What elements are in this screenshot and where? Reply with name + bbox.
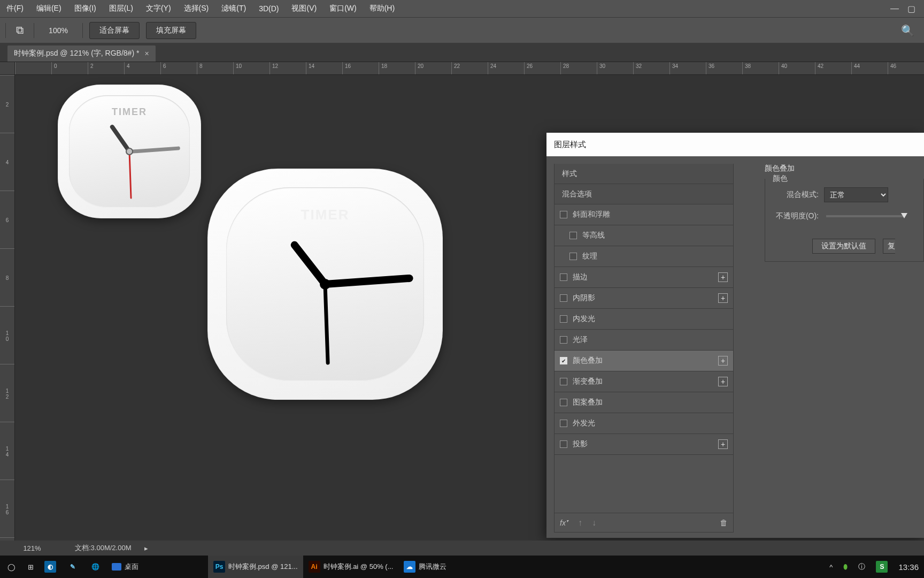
blending-options-header[interactable]: 混合选项	[555, 184, 733, 204]
set-default-button[interactable]: 设置为默认值	[812, 239, 875, 254]
blend-mode-label: 混合模式:	[773, 190, 824, 200]
taskbar-chrome[interactable]: 🌐	[84, 556, 106, 578]
style-checkbox[interactable]	[569, 232, 577, 239]
style-label: 渐变叠加	[573, 377, 603, 386]
style-row-0[interactable]: 斜面和浮雕	[555, 204, 733, 225]
fill-screen-button[interactable]: 填充屏幕	[146, 22, 196, 39]
style-row-9[interactable]: 图案叠加	[555, 392, 733, 413]
menu-edit[interactable]: 编辑(E)	[30, 0, 68, 17]
style-label: 等高线	[582, 231, 605, 240]
start-button[interactable]: ◯	[0, 556, 22, 578]
add-effect-icon[interactable]: +	[718, 439, 728, 449]
style-checkbox[interactable]	[560, 336, 567, 344]
style-row-5[interactable]: 内发光	[555, 309, 733, 330]
taskbar-app-2[interactable]: ✎	[61, 556, 84, 578]
style-down-icon[interactable]: ↓	[592, 518, 596, 528]
color-fieldset: 混合模式: 正常 不透明度(O): 设置为默认值 复	[765, 179, 924, 262]
style-row-2[interactable]: 纹理	[555, 246, 733, 267]
style-row-4[interactable]: 内阴影+	[555, 288, 733, 309]
style-checkbox[interactable]	[560, 294, 567, 302]
style-row-7[interactable]: ✔颜色叠加+	[555, 351, 733, 371]
close-tab-icon[interactable]: ×	[144, 49, 149, 58]
style-checkbox[interactable]	[560, 211, 567, 218]
task-view-icon[interactable]: ⊞	[22, 556, 39, 578]
add-effect-icon[interactable]: +	[718, 377, 728, 386]
fx-menu-icon[interactable]: fx	[560, 519, 568, 527]
windows-taskbar: ◯ ⊞ ◐ ✎ 🌐 桌面 Ps时钟案例.psd @ 121... Ai时钟案例.…	[0, 556, 924, 578]
menu-window[interactable]: 窗口(W)	[323, 0, 363, 17]
layer-style-dialog: 图层样式 样式 混合选项 斜面和浮雕等高线纹理描边+内阴影+内发光光泽✔颜色叠加…	[546, 133, 924, 538]
layer-style-titlebar[interactable]: 图层样式	[546, 133, 924, 156]
menu-layer[interactable]: 图层(L)	[103, 0, 140, 17]
style-label: 内发光	[573, 314, 595, 324]
style-label: 外发光	[573, 419, 595, 428]
style-row-3[interactable]: 描边+	[555, 267, 733, 288]
menu-type[interactable]: 文字(Y)	[140, 0, 178, 17]
taskbar-desktop[interactable]: 桌面	[106, 556, 144, 578]
taskbar-photoshop[interactable]: Ps时钟案例.psd @ 121...	[208, 556, 303, 578]
vertical-ruler[interactable]: 246810121416182022	[0, 75, 15, 541]
style-row-11[interactable]: 投影+	[555, 434, 733, 455]
ruler-origin[interactable]	[0, 62, 15, 75]
tray-icon-2[interactable]: ⓘ	[853, 556, 871, 578]
menu-view[interactable]: 视图(V)	[285, 0, 323, 17]
taskbar-weiyun[interactable]: ☁腾讯微云	[398, 556, 452, 578]
style-row-6[interactable]: 光泽	[555, 330, 733, 351]
menu-3d[interactable]: 3D(D)	[252, 0, 285, 17]
clock-big-minute-hand	[325, 275, 414, 288]
style-checkbox[interactable]	[560, 273, 567, 281]
document-tab[interactable]: 时钟案例.psd @ 121% (字, RGB/8#) * ×	[7, 45, 156, 62]
document-tab-bar: 时钟案例.psd @ 121% (字, RGB/8#) * ×	[0, 43, 924, 62]
status-doc-info[interactable]: 文档:3.00M/2.00M	[64, 543, 142, 553]
style-checkbox[interactable]	[560, 440, 567, 448]
scroll-all-windows-icon[interactable]: ⧉	[9, 20, 30, 41]
style-checkbox[interactable]	[560, 315, 567, 323]
zoom-level[interactable]: 100%	[37, 26, 79, 35]
menu-select[interactable]: 选择(S)	[178, 0, 215, 17]
tray-icon-3[interactable]: S	[871, 556, 893, 578]
style-row-8[interactable]: 渐变叠加+	[555, 371, 733, 392]
menu-filter[interactable]: 滤镜(T)	[215, 0, 252, 17]
status-bar: 121% 文档:3.00M/2.00M ▸	[0, 541, 924, 556]
minimize-icon[interactable]: —	[886, 2, 903, 16]
style-label: 内阴影	[573, 293, 595, 303]
style-label: 斜面和浮雕	[573, 210, 610, 219]
style-checkbox[interactable]	[560, 378, 567, 385]
menu-file[interactable]: 件(F)	[0, 0, 30, 17]
style-row-1[interactable]: 等高线	[555, 225, 733, 246]
opacity-slider[interactable]	[826, 215, 904, 217]
horizontal-ruler[interactable]: 0246810121416182022242628303234363840424…	[15, 62, 924, 75]
trash-icon[interactable]: 🗑	[720, 518, 728, 527]
menu-image[interactable]: 图像(I)	[68, 0, 103, 17]
style-checkbox[interactable]: ✔	[560, 357, 567, 364]
reset-default-button[interactable]: 复	[883, 239, 895, 254]
style-checkbox[interactable]	[569, 253, 577, 260]
maximize-icon[interactable]: ▢	[903, 2, 920, 16]
add-effect-icon[interactable]: +	[718, 293, 728, 303]
clock-small-artwork: TIMER	[58, 85, 201, 218]
add-effect-icon[interactable]: +	[718, 356, 728, 366]
options-bar: ✋ ⧉ 100% 适合屏幕 填充屏幕 🔍	[0, 17, 924, 43]
style-checkbox[interactable]	[560, 420, 567, 427]
styles-footer-bar: fx ↑ ↓ 🗑	[555, 513, 733, 532]
style-up-icon[interactable]: ↑	[578, 518, 582, 528]
search-icon[interactable]: 🔍	[894, 20, 922, 41]
add-effect-icon[interactable]: +	[718, 272, 728, 282]
blend-mode-select[interactable]: 正常	[824, 187, 888, 202]
status-zoom[interactable]: 121%	[0, 544, 64, 552]
tray-expand-icon[interactable]: ^	[824, 556, 838, 578]
clock-small-face: TIMER	[69, 95, 189, 208]
menu-help[interactable]: 帮助(H)	[363, 0, 401, 17]
style-label: 投影	[573, 439, 588, 449]
fit-screen-button[interactable]: 适合屏幕	[89, 22, 140, 39]
taskbar-illustrator[interactable]: Ai时钟案例.ai @ 50% (...	[303, 556, 399, 578]
style-row-10[interactable]: 外发光	[555, 413, 733, 434]
taskbar-app-1[interactable]: ◐	[39, 556, 61, 578]
tray-clock[interactable]: 13:36	[893, 556, 924, 578]
clock-small-second-hand	[128, 151, 132, 199]
status-flyout-icon[interactable]: ▸	[144, 544, 148, 552]
styles-header[interactable]: 样式	[555, 164, 733, 184]
clock-big-artwork: TIMER	[207, 169, 443, 400]
tray-icon-1[interactable]: ⬮	[838, 556, 853, 578]
style-checkbox[interactable]	[560, 399, 567, 406]
